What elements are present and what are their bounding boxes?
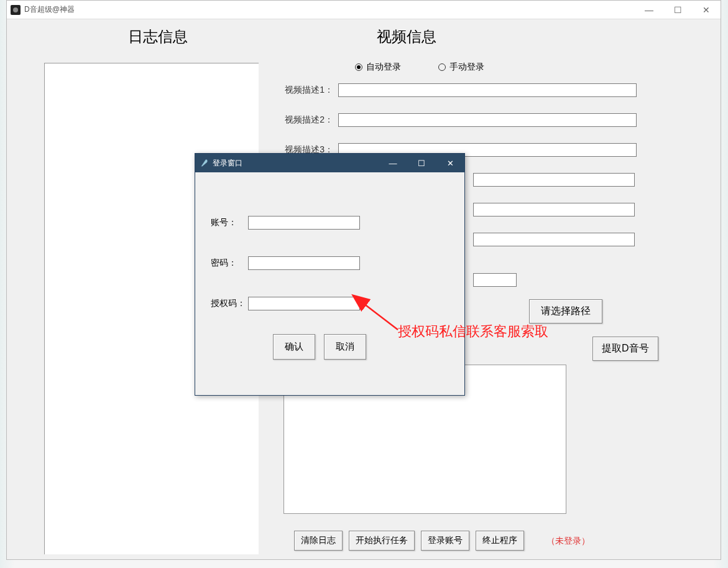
authcode-label: 授权码：	[211, 298, 248, 309]
login-maximize-button[interactable]: ☐	[407, 154, 436, 172]
login-close-button[interactable]: ✕	[436, 154, 464, 172]
maximize-button[interactable]: ☐	[663, 1, 692, 19]
bottom-button-row: 清除日志 开始执行任务 登录账号 终止程序	[294, 531, 524, 551]
confirm-button[interactable]: 确认	[273, 334, 315, 360]
radio-auto-login[interactable]: 自动登录	[355, 62, 401, 73]
account-label: 账号：	[211, 217, 248, 228]
cancel-button[interactable]: 取消	[324, 334, 366, 360]
video-desc2-row: 视频描述2：	[283, 113, 637, 127]
video-desc1-label: 视频描述1：	[283, 85, 333, 96]
hidden-input-3	[473, 233, 635, 246]
minimize-button[interactable]: —	[635, 1, 663, 19]
password-input[interactable]	[248, 256, 360, 270]
main-window-controls: — ☐ ✕	[635, 1, 721, 19]
radio-manual-label: 手动登录	[449, 62, 484, 73]
hidden-input-4	[473, 273, 517, 287]
main-titlebar: D音超级@神器 — ☐ ✕	[7, 1, 721, 19]
login-minimize-button[interactable]: —	[379, 154, 407, 172]
radio-checked-icon	[355, 63, 362, 71]
authcode-row: 授权码：	[211, 297, 360, 310]
video-section-title: 视频信息	[377, 27, 436, 47]
radio-unchecked-icon	[438, 63, 446, 71]
login-mode-radios: 自动登录 手动登录	[355, 62, 484, 73]
password-label: 密码：	[211, 258, 248, 269]
choose-path-button[interactable]: 请选择路径	[529, 299, 602, 324]
close-button[interactable]: ✕	[692, 1, 721, 19]
login-titlebar: 登录窗口 — ☐ ✕	[195, 154, 464, 172]
password-row: 密码：	[211, 256, 360, 270]
video-desc1-input[interactable]	[338, 83, 637, 97]
stop-program-button[interactable]: 终止程序	[476, 531, 524, 551]
main-window-title: D音超级@神器	[24, 4, 75, 15]
extra-input-1[interactable]	[473, 173, 635, 187]
video-desc2-input[interactable]	[338, 113, 637, 127]
log-section-title: 日志信息	[128, 27, 188, 47]
extract-d-id-button[interactable]: 提取D音号	[592, 337, 658, 361]
annotation-text: 授权码私信联系客服索取	[398, 322, 548, 341]
login-status: （未登录）	[546, 536, 590, 547]
start-task-button[interactable]: 开始执行任务	[349, 531, 415, 551]
extra-input-2[interactable]	[473, 203, 635, 216]
radio-auto-label: 自动登录	[366, 62, 401, 73]
feather-icon	[200, 159, 209, 167]
login-account-button[interactable]: 登录账号	[421, 531, 469, 551]
account-row: 账号：	[211, 216, 360, 230]
hidden-input-2	[473, 203, 635, 216]
authcode-input[interactable]	[248, 297, 360, 310]
video-desc2-label: 视频描述2：	[283, 114, 333, 126]
radio-manual-login[interactable]: 手动登录	[438, 62, 484, 73]
login-dialog: 登录窗口 — ☐ ✕ 账号： 密码： 授权码： 确认 取消	[195, 153, 465, 396]
extra-input-3[interactable]	[473, 233, 635, 246]
login-window-controls: — ☐ ✕	[379, 154, 464, 172]
account-input[interactable]	[248, 216, 360, 230]
video-desc1-row: 视频描述1：	[283, 83, 637, 97]
extra-input-4[interactable]	[473, 273, 517, 287]
login-button-row: 确认 取消	[273, 334, 366, 360]
app-icon	[11, 5, 21, 15]
clear-log-button[interactable]: 清除日志	[294, 531, 343, 551]
login-dialog-title: 登录窗口	[213, 158, 242, 169]
hidden-input-1	[473, 173, 635, 187]
